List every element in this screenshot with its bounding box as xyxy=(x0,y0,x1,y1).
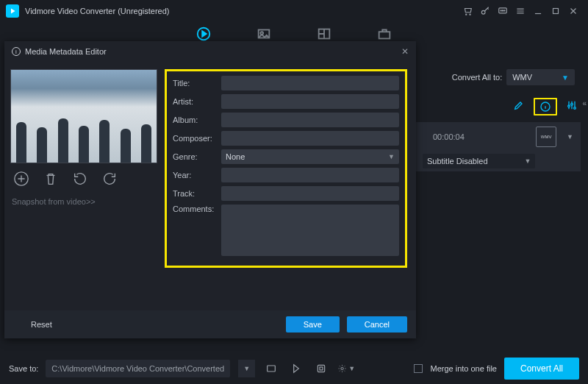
artist-input[interactable] xyxy=(221,94,399,109)
tab-collage[interactable] xyxy=(316,26,332,42)
maximize-icon[interactable] xyxy=(547,2,564,20)
svg-point-6 xyxy=(504,10,505,11)
merge-label: Merge into one file xyxy=(430,364,497,373)
album-input[interactable] xyxy=(221,113,399,127)
chevron-down-icon: ▼ xyxy=(525,157,531,165)
snapshot-link[interactable]: Snapshot from video>> xyxy=(10,197,165,206)
svg-point-5 xyxy=(502,10,503,11)
artist-label: Artist: xyxy=(173,97,221,106)
video-thumbnail xyxy=(10,69,157,163)
title-input[interactable] xyxy=(221,76,399,90)
svg-point-1 xyxy=(470,14,470,15)
format-caret-icon[interactable]: ▼ xyxy=(567,133,573,141)
comments-input[interactable] xyxy=(221,205,399,256)
svg-point-14 xyxy=(568,105,570,107)
subtitle-select[interactable]: Subtitle Disabled ▼ xyxy=(423,154,535,168)
svg-rect-20 xyxy=(318,365,324,371)
svg-point-15 xyxy=(571,103,573,105)
svg-rect-12 xyxy=(379,32,390,38)
tab-toolbox[interactable] xyxy=(376,26,392,42)
convert-all-label: Convert All to: xyxy=(452,73,502,82)
svg-point-2 xyxy=(481,10,485,14)
app-title: Vidmore Video Converter (Unregistered) xyxy=(25,7,169,15)
close-icon[interactable]: ✕ xyxy=(401,46,409,57)
modal-title: Media Metadata Editor xyxy=(25,47,107,56)
svg-point-16 xyxy=(574,107,576,110)
save-button[interactable]: Save xyxy=(286,316,340,333)
convert-all-to: Convert All to: WMV ▼ xyxy=(452,69,575,85)
svg-point-0 xyxy=(466,14,467,15)
chevron-down-icon: ▼ xyxy=(388,153,395,160)
composer-label: Composer: xyxy=(173,134,221,143)
track-input[interactable] xyxy=(221,186,399,201)
format-badge[interactable]: WMV xyxy=(536,127,556,147)
close-window-icon[interactable] xyxy=(564,2,582,20)
merge-checkbox[interactable] xyxy=(414,364,423,373)
comments-label: Comments: xyxy=(173,205,221,213)
subtitle-value: Subtitle Disabled xyxy=(427,157,488,166)
cart-icon[interactable] xyxy=(459,2,476,20)
reset-button[interactable]: Reset xyxy=(13,316,70,333)
album-label: Album: xyxy=(173,115,221,124)
duration-text: 00:00:04 xyxy=(433,132,465,141)
chevron-down-icon: ▼ xyxy=(562,74,569,82)
minimize-icon[interactable] xyxy=(529,2,547,20)
collapse-icon[interactable]: « xyxy=(582,99,587,107)
genre-select[interactable]: None▼ xyxy=(221,149,399,164)
gpu-icon[interactable] xyxy=(312,360,330,377)
adjust-icon[interactable] xyxy=(566,99,578,114)
titlebar: Vidmore Video Converter (Unregistered) xyxy=(0,0,588,22)
rotate-left-icon[interactable] xyxy=(72,171,88,190)
save-to-label: Save to: xyxy=(9,364,38,373)
composer-input[interactable] xyxy=(221,131,399,146)
app-logo xyxy=(6,4,19,18)
tab-media[interactable] xyxy=(256,26,272,42)
cancel-button[interactable]: Cancel xyxy=(347,316,407,333)
file-item-right: 00:00:04 WMV ▼ Subtitle Disabled ▼ xyxy=(415,96,581,171)
title-label: Title: xyxy=(173,79,221,88)
svg-rect-21 xyxy=(320,367,323,370)
feedback-icon[interactable] xyxy=(494,2,512,20)
info-icon: i xyxy=(12,47,21,56)
genre-label: Genre: xyxy=(173,152,221,161)
bottom-bar: Save to: C:\Vidmore\Vidmore Video Conver… xyxy=(0,353,588,384)
metadata-editor-modal: i Media Metadata Editor ✕ xyxy=(4,41,416,338)
track-label: Track: xyxy=(173,189,221,198)
open-folder-icon[interactable] xyxy=(262,360,280,377)
speed-icon[interactable] xyxy=(287,360,305,377)
key-icon[interactable] xyxy=(476,2,494,20)
delete-cover-icon[interactable] xyxy=(43,171,59,190)
metadata-info-highlight[interactable] xyxy=(534,98,557,115)
metadata-fields-highlight: Title: Artist: Album: Composer: Genre:No… xyxy=(165,69,407,268)
output-format-select[interactable]: WMV ▼ xyxy=(506,69,575,85)
svg-rect-7 xyxy=(553,9,559,14)
svg-point-22 xyxy=(341,367,343,369)
convert-all-button[interactable]: Convert All xyxy=(504,358,579,380)
year-input[interactable] xyxy=(221,168,399,182)
save-path-caret[interactable]: ▼ xyxy=(237,360,255,377)
settings-icon[interactable]: ▼ xyxy=(337,360,355,377)
menu-icon[interactable] xyxy=(512,2,529,20)
tab-converter[interactable] xyxy=(196,26,212,42)
edit-icon[interactable] xyxy=(513,99,525,114)
svg-rect-19 xyxy=(268,366,276,371)
output-format-value: WMV xyxy=(512,73,532,82)
add-cover-icon[interactable] xyxy=(13,171,29,190)
year-label: Year: xyxy=(173,171,221,179)
svg-point-4 xyxy=(501,10,501,11)
rotate-right-icon[interactable] xyxy=(101,171,118,190)
save-path[interactable]: C:\Vidmore\Vidmore Video Converter\Conve… xyxy=(46,360,230,377)
